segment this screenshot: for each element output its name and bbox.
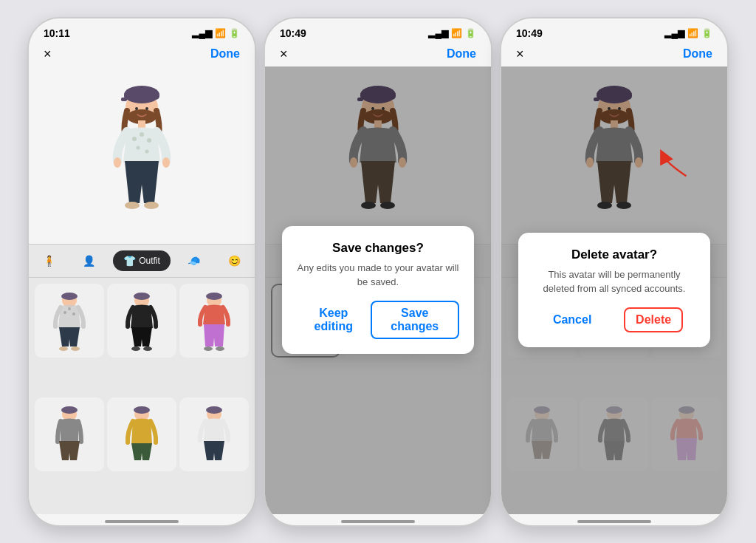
outfit-cell-1-2[interactable] xyxy=(107,284,176,358)
battery-icon-2: 🔋 xyxy=(465,28,476,38)
svg-point-26 xyxy=(71,346,80,351)
phone-content-1: 🧍 👤 👕 Outfit 🧢 😊 xyxy=(29,66,255,514)
tab-bar-1: 🧍 👤 👕 Outfit 🧢 😊 xyxy=(29,244,255,278)
close-button-3[interactable]: × xyxy=(516,47,524,62)
delete-modal-actions: Cancel Delete xyxy=(533,307,695,332)
svg-point-11 xyxy=(132,137,137,141)
outfit-cell-1-6[interactable] xyxy=(179,397,249,471)
svg-point-12 xyxy=(140,132,144,137)
avatar-display-1 xyxy=(29,66,255,244)
done-button-1[interactable]: Done xyxy=(210,47,240,61)
save-modal-actions: Keep editing Save changes xyxy=(297,301,459,339)
nav-bar-2: × Done xyxy=(265,42,491,66)
style-tab-icon: 👤 xyxy=(83,255,95,267)
svg-point-17 xyxy=(162,157,170,168)
signal-icon-2: ▂▄▆ xyxy=(428,28,448,38)
tab-body-1[interactable]: 🧍 xyxy=(32,250,66,271)
status-icons-1: ▂▄▆ 📶 🔋 xyxy=(192,28,240,38)
status-icons-2: ▂▄▆ 📶 🔋 xyxy=(428,28,476,38)
nav-bar-1: × Done xyxy=(29,42,255,66)
home-indicator-1 xyxy=(29,514,255,527)
delete-modal-title: Delete avatar? xyxy=(533,247,695,262)
done-button-2[interactable]: Done xyxy=(447,47,476,61)
save-modal: Save changes? Any edits you made to your… xyxy=(282,226,474,353)
wifi-icon: 📶 xyxy=(215,28,226,38)
svg-point-33 xyxy=(204,346,213,351)
battery-icon: 🔋 xyxy=(229,28,240,38)
status-icons-3: ▂▄▆ 📶 🔋 xyxy=(664,28,712,38)
svg-rect-5 xyxy=(124,92,159,100)
svg-point-9 xyxy=(145,107,148,110)
body-tab-icon: 🧍 xyxy=(43,255,55,267)
svg-point-29 xyxy=(131,346,140,351)
outfit-cell-1-1[interactable] xyxy=(35,284,104,358)
svg-point-23 xyxy=(68,307,71,310)
outfit-cell-1-5[interactable] xyxy=(107,397,176,471)
keep-editing-button[interactable]: Keep editing xyxy=(297,304,371,336)
home-bar-3 xyxy=(577,520,651,523)
svg-point-34 xyxy=(216,346,224,351)
save-modal-desc: Any edits you made to your avatar will b… xyxy=(297,262,459,288)
signal-icon-3: ▂▄▆ xyxy=(664,28,684,38)
save-modal-overlay: Save changes? Any edits you made to your… xyxy=(265,66,491,514)
phone-1: 10:11 ▂▄▆ 📶 🔋 × Done xyxy=(27,17,256,527)
status-bar-1: 10:11 ▂▄▆ 📶 🔋 xyxy=(29,18,255,42)
nav-bar-3: × Done xyxy=(501,42,727,66)
svg-point-18 xyxy=(125,202,140,209)
save-changes-button[interactable]: Save changes xyxy=(371,301,459,339)
close-button-2[interactable]: × xyxy=(280,47,288,62)
save-modal-title: Save changes? xyxy=(297,241,459,256)
status-bar-2: 10:49 ▂▄▆ 📶 🔋 xyxy=(265,18,491,42)
svg-point-15 xyxy=(145,149,149,153)
svg-point-32 xyxy=(206,293,222,300)
home-indicator-2 xyxy=(265,514,491,527)
svg-point-21 xyxy=(61,293,78,300)
wifi-icon-3: 📶 xyxy=(687,28,698,38)
svg-point-19 xyxy=(144,202,159,209)
tab-outfit-1[interactable]: 👕 Outfit xyxy=(113,250,171,271)
outfit-grid-1 xyxy=(29,278,255,514)
cancel-button[interactable]: Cancel xyxy=(546,310,599,329)
svg-point-36 xyxy=(61,406,78,414)
arrow-indicator xyxy=(655,145,692,185)
phone-3: 10:49 ▂▄▆ 📶 🔋 × Done xyxy=(500,17,729,527)
phones-container: 10:11 ▂▄▆ 📶 🔋 × Done xyxy=(13,2,743,542)
status-bar-3: 10:49 ▂▄▆ 📶 🔋 xyxy=(501,18,727,42)
home-bar-1 xyxy=(105,520,179,523)
outfit-cell-1-4[interactable] xyxy=(35,397,104,471)
phone-content-2: 🧍 👤 👕 🧢 😊 Save changes xyxy=(265,66,491,514)
status-time-1: 10:11 xyxy=(44,27,70,39)
status-time-3: 10:49 xyxy=(516,27,543,39)
avatar-svg-1 xyxy=(101,74,182,236)
svg-point-22 xyxy=(63,311,66,314)
phone-2: 10:49 ▂▄▆ 📶 🔋 × Done xyxy=(264,17,492,527)
tab-hat-1[interactable]: 🧢 xyxy=(177,250,210,271)
delete-modal-overlay: Delete avatar? This avatar will be perma… xyxy=(501,66,727,514)
svg-point-40 xyxy=(206,406,222,414)
svg-point-16 xyxy=(114,157,121,168)
svg-point-30 xyxy=(143,346,152,351)
close-button-1[interactable]: × xyxy=(44,47,52,62)
svg-point-28 xyxy=(134,293,150,300)
status-time-2: 10:49 xyxy=(280,27,306,39)
outfit-tab-label-1: Outfit xyxy=(139,256,160,266)
outfit-tab-icon: 👕 xyxy=(123,255,136,267)
phone-content-3: 🧍 👤 👕 🧢 😊 xyxy=(501,66,727,514)
svg-point-24 xyxy=(72,313,75,315)
svg-point-8 xyxy=(135,107,138,110)
svg-point-38 xyxy=(134,406,150,414)
outfit-cell-1-3[interactable] xyxy=(179,284,249,358)
hat-tab-icon: 🧢 xyxy=(188,255,200,267)
home-bar-2 xyxy=(341,520,415,523)
tab-style-1[interactable]: 👤 xyxy=(72,250,106,271)
home-indicator-3 xyxy=(501,514,727,527)
delete-button[interactable]: Delete xyxy=(624,307,683,332)
wifi-icon-2: 📶 xyxy=(451,28,462,38)
done-button-3[interactable]: Done xyxy=(683,47,712,61)
battery-icon-3: 🔋 xyxy=(701,28,712,38)
emoji-tab-icon: 😊 xyxy=(228,255,241,267)
svg-point-25 xyxy=(59,346,68,351)
svg-point-13 xyxy=(147,138,151,143)
tab-emoji-1[interactable]: 😊 xyxy=(218,250,251,271)
svg-point-14 xyxy=(137,146,140,149)
